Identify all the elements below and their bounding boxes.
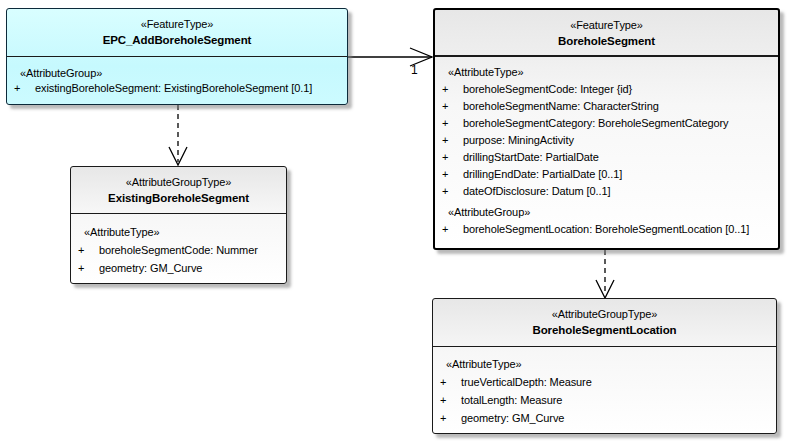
attribute-group-heading: «AttributeGroup» (435, 204, 778, 221)
class-name: BoreholeSegmentLocation (433, 322, 776, 339)
attribute-row: + boreholeSegmentLocation: BoreholeSegme… (435, 221, 778, 238)
attributes-compartment: «AttributeType» + boreholeSegmentCode: N… (71, 214, 286, 277)
stereotype-label: «AttributeGroupType» (433, 307, 776, 322)
stereotype-label: «FeatureType» (435, 18, 778, 33)
visibility-symbol: + (442, 166, 448, 183)
attribute-row: + dateOfDisclosure: Datum [0..1] (435, 183, 778, 200)
visibility-symbol: + (442, 132, 448, 149)
attribute-row: + boreholeSegmentCode: Nummer (71, 241, 286, 259)
attribute-row: + boreholeSegmentCategory: BoreholeSegme… (435, 115, 778, 132)
class-name: EPC_AddBoreholeSegment (7, 32, 347, 49)
visibility-symbol: + (442, 98, 448, 115)
class-epc-addboreholesegment[interactable]: «FeatureType» EPC_AddBoreholeSegment «At… (6, 8, 348, 105)
visibility-symbol: + (442, 115, 448, 132)
visibility-symbol: + (442, 183, 448, 200)
attributes-compartment: «AttributeGroup» + existingBoreholeSegme… (7, 57, 347, 96)
dependency-connector-existing[interactable] (169, 105, 187, 165)
attribute-row: + boreholeSegmentCode: Integer {id} (435, 81, 778, 98)
class-header: «FeatureType» BoreholeSegment (435, 10, 778, 57)
attribute-text: boreholeSegmentCode: Integer {id} (463, 83, 632, 95)
attribute-row: + boreholeSegmentName: CharacterString (435, 98, 778, 115)
attribute-text: trueVerticalDepth: Measure (461, 376, 592, 388)
attribute-text: existingBoreholeSegment: ExistingBorehol… (35, 82, 312, 94)
attribute-row: + trueVerticalDepth: Measure (433, 373, 776, 391)
visibility-symbol: + (440, 391, 446, 409)
attribute-text: dateOfDisclosure: Datum [0..1] (463, 185, 610, 197)
attribute-text: totalLength: Measure (461, 394, 562, 406)
class-header: «AttributeGroupType» BoreholeSegmentLoca… (433, 299, 776, 347)
attribute-row: + totalLength: Measure (433, 391, 776, 409)
multiplicity-label: 1 (411, 64, 418, 76)
attribute-text: geometry: GM_Curve (99, 262, 202, 274)
attribute-text: boreholeSegmentLocation: BoreholeSegment… (463, 223, 749, 235)
attributes-compartment: «AttributeType» + trueVerticalDepth: Mea… (433, 347, 776, 427)
visibility-symbol: + (78, 241, 84, 259)
visibility-symbol: + (78, 259, 84, 277)
attribute-text: boreholeSegmentCode: Nummer (99, 244, 258, 256)
class-header: «AttributeGroupType» ExistingBoreholeSeg… (71, 167, 286, 214)
attribute-row: + geometry: GM_Curve (71, 259, 286, 277)
attribute-row: + drillingEndDate: PartialDate [0..1] (435, 166, 778, 183)
attribute-text: purpose: MiningActivity (463, 134, 574, 146)
visibility-symbol: + (442, 149, 448, 166)
attribute-type-heading: «AttributeType» (71, 223, 286, 241)
attribute-row: + existingBoreholeSegment: ExistingBoreh… (7, 81, 347, 96)
attribute-row: + geometry: GM_Curve (433, 409, 776, 427)
attribute-row: + purpose: MiningActivity (435, 132, 778, 149)
visibility-symbol: + (442, 221, 448, 238)
visibility-symbol: + (440, 373, 446, 391)
class-existingboreholesegment[interactable]: «AttributeGroupType» ExistingBoreholeSeg… (70, 166, 287, 284)
stereotype-label: «AttributeGroupType» (71, 175, 286, 190)
class-header: «FeatureType» EPC_AddBoreholeSegment (7, 9, 347, 57)
attributes-compartment: «AttributeType» + boreholeSegmentCode: I… (435, 57, 778, 238)
stereotype-label: «FeatureType» (7, 17, 347, 32)
attribute-type-heading: «AttributeType» (435, 64, 778, 81)
visibility-symbol: + (440, 409, 446, 427)
attribute-text: drillingStartDate: PartialDate (463, 151, 599, 163)
attribute-group-heading: «AttributeGroup» (7, 66, 347, 81)
class-boreholesegmentlocation[interactable]: «AttributeGroupType» BoreholeSegmentLoca… (432, 298, 777, 434)
attribute-text: boreholeSegmentName: CharacterString (463, 100, 659, 112)
class-boreholesegment[interactable]: «FeatureType» BoreholeSegment «Attribute… (433, 8, 780, 250)
attribute-type-heading: «AttributeType» (433, 355, 776, 373)
class-name: BoreholeSegment (435, 33, 778, 50)
attribute-text: boreholeSegmentCategory: BoreholeSegment… (463, 117, 728, 129)
visibility-symbol: + (442, 81, 448, 98)
attribute-text: drillingEndDate: PartialDate [0..1] (463, 168, 622, 180)
attribute-row: + drillingStartDate: PartialDate (435, 149, 778, 166)
attribute-text: geometry: GM_Curve (461, 412, 564, 424)
visibility-symbol: + (14, 81, 20, 96)
dependency-connector-location[interactable] (596, 250, 614, 298)
class-name: ExistingBoreholeSegment (71, 190, 286, 207)
association-connector[interactable] (348, 48, 432, 66)
uml-class-diagram: 1 «FeatureType» EPC_AddBoreholeSegment «… (0, 0, 793, 446)
